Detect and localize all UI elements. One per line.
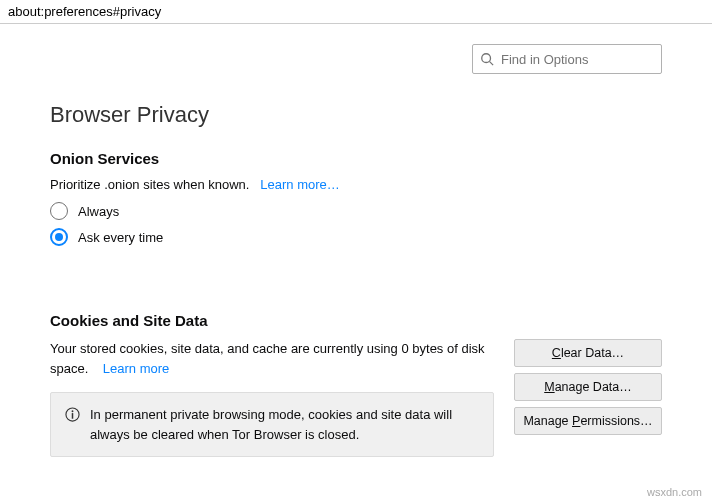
clear-data-button[interactable]: Clear Data… (514, 339, 662, 367)
search-icon (480, 52, 494, 66)
svg-rect-4 (72, 413, 74, 419)
radio-ask-indicator (50, 228, 68, 246)
search-container (472, 44, 662, 74)
watermark: wsxdn.com (647, 486, 702, 498)
manage-data-button[interactable]: Manage Data… (514, 373, 662, 401)
onion-heading: Onion Services (50, 150, 662, 167)
cookies-learn-more-link[interactable]: Learn more (103, 361, 169, 376)
info-box: In permanent private browsing mode, cook… (50, 392, 494, 457)
page-title: Browser Privacy (50, 102, 662, 128)
svg-point-0 (482, 54, 491, 63)
onion-learn-more-link[interactable]: Learn more… (260, 177, 339, 192)
radio-always-indicator (50, 202, 68, 220)
url-bar[interactable] (0, 0, 712, 24)
search-input[interactable] (472, 44, 662, 74)
radio-always[interactable]: Always (50, 202, 662, 220)
radio-ask[interactable]: Ask every time (50, 228, 662, 246)
info-icon (65, 407, 80, 422)
onion-desc-text: Prioritize .onion sites when known. (50, 177, 249, 192)
info-text: In permanent private browsing mode, cook… (90, 405, 479, 444)
radio-always-label: Always (78, 204, 119, 219)
svg-point-3 (72, 410, 74, 412)
manage-permissions-button[interactable]: Manage Permissions… (514, 407, 662, 435)
svg-line-1 (490, 62, 494, 66)
cookies-heading: Cookies and Site Data (50, 312, 662, 329)
radio-ask-label: Ask every time (78, 230, 163, 245)
onion-desc-row: Prioritize .onion sites when known. Lear… (50, 177, 662, 192)
cookies-desc: Your stored cookies, site data, and cach… (50, 339, 494, 378)
